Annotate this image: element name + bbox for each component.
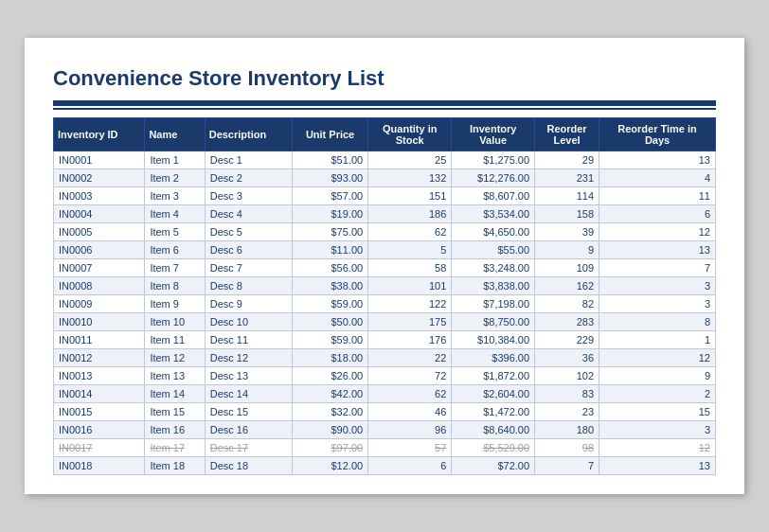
col-description: Description [205,118,292,151]
table-row: IN0006Item 6Desc 6$11.005$55.00913 [54,241,716,259]
table-row: IN0005Item 5Desc 5$75.0062$4,650.003912 [54,223,716,241]
table-row: IN0015Item 15Desc 15$32.0046$1,472.00231… [54,403,716,421]
table-row: IN0007Item 7Desc 7$56.0058$3,248.001097 [54,259,716,277]
table-row: IN0017Item 17Desc 17$97.0057$5,529.00981… [54,439,716,457]
table-row: IN0004Item 4Desc 4$19.00186$3,534.001586 [54,205,716,223]
inventory-table: Inventory ID Name Description Unit Price… [53,117,716,475]
table-row: IN0010Item 10Desc 10$50.00175$8,750.0028… [54,313,716,331]
page-container: Convenience Store Inventory List Invento… [25,38,744,494]
table-row: IN0001Item 1Desc 1$51.0025$1,275.002913 [54,151,716,169]
table-row: IN0008Item 8Desc 8$38.00101$3,838.001623 [54,277,716,295]
table-row: IN0009Item 9Desc 9$59.00122$7,198.00823 [54,295,716,313]
col-unit-price: Unit Price [292,118,367,151]
table-row: IN0016Item 16Desc 16$90.0096$8,640.00180… [54,421,716,439]
col-reorder-level: ReorderLevel [535,118,599,151]
page-title: Convenience Store Inventory List [53,66,716,91]
col-reorder-time: Reorder Time inDays [599,118,716,151]
table-row: IN0002Item 2Desc 2$93.00132$12,276.00231… [54,169,716,187]
table-row: IN0013Item 13Desc 13$26.0072$1,872.00102… [54,367,716,385]
table-row: IN0012Item 12Desc 12$18.0022$396.003612 [54,349,716,367]
col-qty-in-stock: Quantity inStock [368,118,452,151]
header-bar-thin [53,108,716,110]
col-inventory-value: InventoryValue [452,118,535,151]
header-bar-thick [53,100,716,106]
table-header-row: Inventory ID Name Description Unit Price… [54,118,716,151]
col-name: Name [145,118,205,151]
table-row: IN0003Item 3Desc 3$57.00151$8,607.001141… [54,187,716,205]
table-row: IN0011Item 11Desc 11$59.00176$10,384.002… [54,331,716,349]
table-row: IN0014Item 14Desc 14$42.0062$2,604.00832 [54,385,716,403]
table-row: IN0018Item 18Desc 18$12.006$72.00713 [54,457,716,475]
col-inventory-id: Inventory ID [54,118,145,151]
